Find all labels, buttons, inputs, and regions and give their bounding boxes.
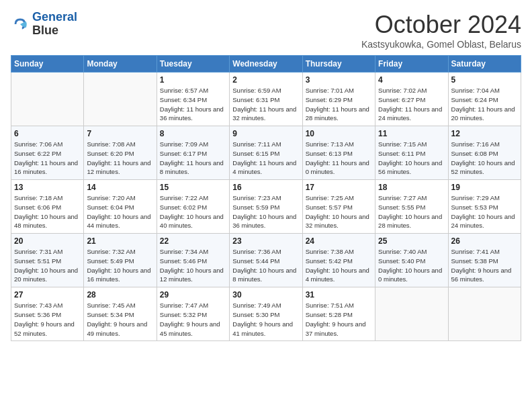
day-number: 22 <box>160 236 226 246</box>
calendar-cell: 18Sunrise: 7:27 AMSunset: 5:55 PMDayligh… <box>375 180 448 234</box>
day-info: Sunrise: 7:41 AMSunset: 5:38 PMDaylight:… <box>451 247 518 284</box>
day-info: Sunrise: 7:23 AMSunset: 5:59 PMDaylight:… <box>232 193 299 230</box>
column-header-monday: Monday <box>84 56 157 73</box>
day-number: 24 <box>306 236 372 246</box>
calendar-cell: 1Sunrise: 6:57 AMSunset: 6:34 PMDaylight… <box>157 73 229 126</box>
calendar-cell: 6Sunrise: 7:06 AMSunset: 6:22 PMDaylight… <box>11 126 84 180</box>
calendar-cell: 27Sunrise: 7:43 AMSunset: 5:36 PMDayligh… <box>11 287 84 341</box>
calendar-cell: 17Sunrise: 7:25 AMSunset: 5:57 PMDayligh… <box>302 180 375 234</box>
day-info: Sunrise: 7:49 AMSunset: 5:30 PMDaylight:… <box>232 301 299 338</box>
day-number: 2 <box>232 75 299 85</box>
day-number: 21 <box>87 236 153 246</box>
day-info: Sunrise: 7:04 AMSunset: 6:24 PMDaylight:… <box>451 86 518 123</box>
day-info: Sunrise: 7:22 AMSunset: 6:02 PMDaylight:… <box>160 193 226 230</box>
day-info: Sunrise: 7:01 AMSunset: 6:29 PMDaylight:… <box>306 86 372 123</box>
day-info: Sunrise: 7:45 AMSunset: 5:34 PMDaylight:… <box>87 301 153 338</box>
day-info: Sunrise: 7:06 AMSunset: 6:22 PMDaylight:… <box>14 140 81 177</box>
day-info: Sunrise: 7:47 AMSunset: 5:32 PMDaylight:… <box>160 301 226 338</box>
day-info: Sunrise: 7:18 AMSunset: 6:06 PMDaylight:… <box>14 193 81 230</box>
calendar-week-2: 6Sunrise: 7:06 AMSunset: 6:22 PMDaylight… <box>11 126 521 180</box>
column-header-thursday: Thursday <box>302 56 375 73</box>
calendar-cell: 26Sunrise: 7:41 AMSunset: 5:38 PMDayligh… <box>448 234 521 287</box>
calendar-cell: 19Sunrise: 7:29 AMSunset: 5:53 PMDayligh… <box>448 180 521 234</box>
calendar-cell: 5Sunrise: 7:04 AMSunset: 6:24 PMDaylight… <box>448 73 521 126</box>
calendar-cell: 29Sunrise: 7:47 AMSunset: 5:32 PMDayligh… <box>157 287 229 341</box>
day-number: 9 <box>232 129 299 138</box>
page-header: General Blue October 2024 Kastsyukowka, … <box>11 11 521 50</box>
calendar-cell <box>375 287 448 341</box>
day-info: Sunrise: 7:13 AMSunset: 6:13 PMDaylight:… <box>306 140 372 177</box>
day-info: Sunrise: 7:09 AMSunset: 6:17 PMDaylight:… <box>160 140 226 177</box>
logo-line1: General <box>32 10 77 24</box>
day-info: Sunrise: 7:34 AMSunset: 5:46 PMDaylight:… <box>160 247 226 284</box>
day-info: Sunrise: 6:59 AMSunset: 6:31 PMDaylight:… <box>232 86 299 123</box>
calendar-header-row: SundayMondayTuesdayWednesdayThursdayFrid… <box>11 56 521 73</box>
calendar-cell: 28Sunrise: 7:45 AMSunset: 5:34 PMDayligh… <box>84 287 157 341</box>
day-number: 10 <box>306 129 372 138</box>
calendar-cell: 12Sunrise: 7:16 AMSunset: 6:08 PMDayligh… <box>448 126 521 180</box>
calendar-cell: 25Sunrise: 7:40 AMSunset: 5:40 PMDayligh… <box>375 234 448 287</box>
calendar-cell: 31Sunrise: 7:51 AMSunset: 5:28 PMDayligh… <box>302 287 375 341</box>
calendar-cell <box>84 73 157 126</box>
calendar-table: SundayMondayTuesdayWednesdayThursdayFrid… <box>11 55 521 341</box>
calendar-week-4: 20Sunrise: 7:31 AMSunset: 5:51 PMDayligh… <box>11 234 521 287</box>
day-info: Sunrise: 7:08 AMSunset: 6:20 PMDaylight:… <box>87 140 153 177</box>
calendar-cell: 10Sunrise: 7:13 AMSunset: 6:13 PMDayligh… <box>302 126 375 180</box>
calendar-cell: 4Sunrise: 7:02 AMSunset: 6:27 PMDaylight… <box>375 73 448 126</box>
day-number: 25 <box>378 236 445 246</box>
day-info: Sunrise: 7:40 AMSunset: 5:40 PMDaylight:… <box>378 247 445 284</box>
day-info: Sunrise: 7:36 AMSunset: 5:44 PMDaylight:… <box>232 247 299 284</box>
column-header-friday: Friday <box>375 56 448 73</box>
column-header-sunday: Sunday <box>11 56 84 73</box>
month-title: October 2024 <box>361 11 521 39</box>
column-header-tuesday: Tuesday <box>157 56 229 73</box>
title-block: October 2024 Kastsyukowka, Gomel Oblast,… <box>361 11 521 50</box>
calendar-cell: 3Sunrise: 7:01 AMSunset: 6:29 PMDaylight… <box>302 73 375 126</box>
calendar-week-1: 1Sunrise: 6:57 AMSunset: 6:34 PMDaylight… <box>11 73 521 126</box>
day-info: Sunrise: 7:16 AMSunset: 6:08 PMDaylight:… <box>451 140 518 177</box>
day-info: Sunrise: 7:02 AMSunset: 6:27 PMDaylight:… <box>378 86 445 123</box>
calendar-cell <box>11 73 84 126</box>
day-number: 13 <box>14 183 81 192</box>
day-number: 5 <box>451 75 518 85</box>
day-number: 29 <box>160 290 226 300</box>
day-number: 28 <box>87 290 153 300</box>
location-subtitle: Kastsyukowka, Gomel Oblast, Belarus <box>361 39 521 50</box>
calendar-cell: 23Sunrise: 7:36 AMSunset: 5:44 PMDayligh… <box>230 234 302 287</box>
day-number: 7 <box>87 129 153 138</box>
day-info: Sunrise: 7:32 AMSunset: 5:49 PMDaylight:… <box>87 247 153 284</box>
day-number: 26 <box>451 236 518 246</box>
day-number: 17 <box>306 183 372 192</box>
day-number: 12 <box>451 129 518 138</box>
day-info: Sunrise: 7:43 AMSunset: 5:36 PMDaylight:… <box>14 301 81 338</box>
calendar-week-3: 13Sunrise: 7:18 AMSunset: 6:06 PMDayligh… <box>11 180 521 234</box>
logo-line2: Blue <box>32 24 77 38</box>
day-info: Sunrise: 7:31 AMSunset: 5:51 PMDaylight:… <box>14 247 81 284</box>
logo-icon <box>11 15 30 34</box>
day-info: Sunrise: 7:27 AMSunset: 5:55 PMDaylight:… <box>378 193 445 230</box>
calendar-cell: 22Sunrise: 7:34 AMSunset: 5:46 PMDayligh… <box>157 234 229 287</box>
column-header-wednesday: Wednesday <box>230 56 302 73</box>
day-number: 15 <box>160 183 226 192</box>
calendar-cell: 14Sunrise: 7:20 AMSunset: 6:04 PMDayligh… <box>84 180 157 234</box>
day-number: 30 <box>232 290 299 300</box>
calendar-cell: 11Sunrise: 7:15 AMSunset: 6:11 PMDayligh… <box>375 126 448 180</box>
day-number: 3 <box>306 75 372 85</box>
day-info: Sunrise: 7:11 AMSunset: 6:15 PMDaylight:… <box>232 140 299 177</box>
column-header-saturday: Saturday <box>448 56 521 73</box>
day-info: Sunrise: 7:29 AMSunset: 5:53 PMDaylight:… <box>451 193 518 230</box>
day-number: 18 <box>378 183 445 192</box>
day-info: Sunrise: 6:57 AMSunset: 6:34 PMDaylight:… <box>160 86 226 123</box>
day-number: 16 <box>232 183 299 192</box>
day-number: 4 <box>378 75 445 85</box>
calendar-cell: 9Sunrise: 7:11 AMSunset: 6:15 PMDaylight… <box>230 126 302 180</box>
day-number: 27 <box>14 290 81 300</box>
calendar-cell: 16Sunrise: 7:23 AMSunset: 5:59 PMDayligh… <box>230 180 302 234</box>
day-info: Sunrise: 7:38 AMSunset: 5:42 PMDaylight:… <box>306 247 372 284</box>
calendar-cell: 8Sunrise: 7:09 AMSunset: 6:17 PMDaylight… <box>157 126 229 180</box>
day-number: 19 <box>451 183 518 192</box>
calendar-cell: 30Sunrise: 7:49 AMSunset: 5:30 PMDayligh… <box>230 287 302 341</box>
day-info: Sunrise: 7:20 AMSunset: 6:04 PMDaylight:… <box>87 193 153 230</box>
day-number: 6 <box>14 129 81 138</box>
calendar-cell: 20Sunrise: 7:31 AMSunset: 5:51 PMDayligh… <box>11 234 84 287</box>
